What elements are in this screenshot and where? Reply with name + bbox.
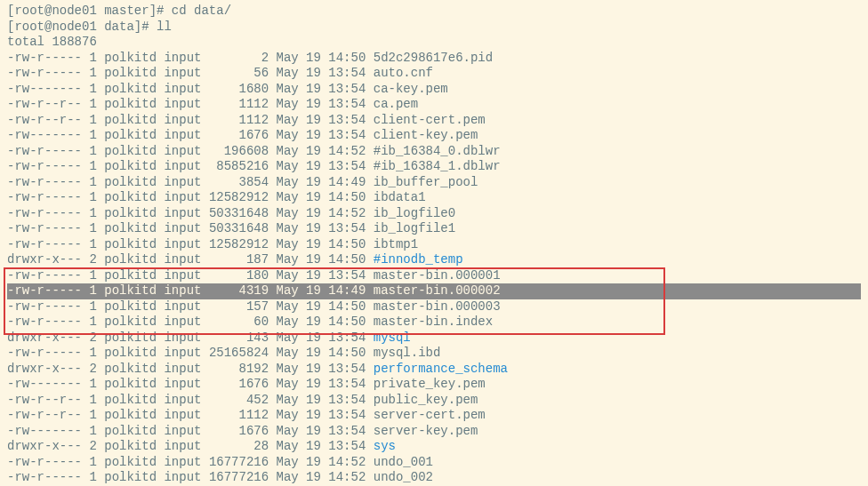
group: input <box>164 408 201 422</box>
list-row: -rw------- 1 polkitd input 1676 May 19 1… <box>7 377 861 393</box>
list-row: -rw------- 1 polkitd input 1680 May 19 1… <box>7 82 861 98</box>
list-row: -rw-r----- 1 polkitd input 3854 May 19 1… <box>7 175 861 191</box>
list-row: -rw-r----- 1 polkitd input 60 May 19 14:… <box>7 315 861 331</box>
list-row: -rw-r----- 1 polkitd input 56 May 19 13:… <box>7 66 861 82</box>
links: 1 <box>89 408 96 422</box>
filename: #ib_16384_0.dblwr <box>374 144 501 158</box>
perm: -rw------- <box>7 128 82 142</box>
perm: -rw-r----- <box>7 315 82 329</box>
group: input <box>164 66 201 80</box>
perm: drwxr-x--- <box>7 362 82 376</box>
date: May 19 14:50 <box>277 190 366 204</box>
date: May 19 13:54 <box>277 66 366 80</box>
list-row: drwxr-x--- 2 polkitd input 143 May 19 13… <box>7 331 861 347</box>
links: 1 <box>89 82 96 96</box>
group: input <box>164 470 201 484</box>
perm: -rw-r----- <box>7 299 82 314</box>
perm: -rw-r----- <box>7 346 82 360</box>
owner: polkitd <box>104 159 157 173</box>
prompt-line: [root@node01 data]# ll <box>7 20 861 36</box>
group: input <box>164 175 201 189</box>
date: May 19 14:52 <box>277 206 366 220</box>
filename: server-cert.pem <box>374 408 486 422</box>
filename: undo_001 <box>374 455 433 469</box>
perm: drwxr-x--- <box>7 331 82 345</box>
perm: -rw-r----- <box>7 455 82 469</box>
links: 1 <box>89 175 96 189</box>
size: 16777216 <box>209 455 269 469</box>
group: input <box>164 206 201 220</box>
total-line: total 188876 <box>7 35 861 51</box>
list-row: -rw-r--r-- 1 polkitd input 1112 May 19 1… <box>7 113 861 129</box>
date: May 19 14:50 <box>277 51 366 65</box>
group: input <box>164 190 201 204</box>
date: May 19 14:52 <box>277 455 366 469</box>
links: 1 <box>89 128 96 142</box>
date: May 19 13:54 <box>277 439 366 453</box>
owner: polkitd <box>104 190 157 204</box>
date: May 19 13:54 <box>277 377 366 391</box>
list-row: drwxr-x--- 2 polkitd input 187 May 19 14… <box>7 252 861 268</box>
date: May 19 14:50 <box>277 237 366 251</box>
group: input <box>164 315 201 329</box>
filename: 5d2c298617e6.pid <box>374 51 493 65</box>
filename: mysql <box>374 331 411 345</box>
filename: ca.pem <box>374 97 418 111</box>
size: 1680 <box>209 82 269 96</box>
links: 1 <box>89 393 96 407</box>
links: 1 <box>89 283 96 298</box>
group: input <box>164 331 201 345</box>
group: input <box>164 97 201 111</box>
filename: #ib_16384_1.dblwr <box>374 159 501 173</box>
filename: performance_schema <box>374 362 508 376</box>
perm: drwxr-x--- <box>7 252 82 267</box>
perm: -rw-r----- <box>7 175 82 189</box>
links: 1 <box>89 455 96 469</box>
prompt-line: [root@node01 master]# cd data/ <box>7 4 861 20</box>
perm: -rw-r--r-- <box>7 97 82 111</box>
group: input <box>164 362 201 376</box>
list-row: drwxr-x--- 2 polkitd input 28 May 19 13:… <box>7 439 861 455</box>
owner: polkitd <box>104 315 157 329</box>
owner: polkitd <box>104 113 157 127</box>
size: 28 <box>209 439 269 453</box>
list-row: -rw-r----- 1 polkitd input 180 May 19 13… <box>7 268 861 284</box>
date: May 19 14:49 <box>277 283 366 298</box>
size: 8192 <box>209 362 269 376</box>
owner: polkitd <box>104 206 157 220</box>
links: 2 <box>89 331 96 345</box>
list-row: -rw-r----- 1 polkitd input 12582912 May … <box>7 190 861 206</box>
group: input <box>164 424 201 438</box>
filename: sys <box>374 439 396 453</box>
size: 12582912 <box>209 190 269 204</box>
group: input <box>164 144 201 158</box>
perm: -rw-r----- <box>7 144 82 158</box>
filename: master-bin.000003 <box>374 299 501 314</box>
group: input <box>164 221 201 235</box>
filename: ca-key.pem <box>374 82 448 96</box>
owner: polkitd <box>104 221 157 235</box>
links: 1 <box>89 268 96 283</box>
list-row: -rw-r----- 1 polkitd input 12582912 May … <box>7 237 861 253</box>
size: 4319 <box>209 283 269 298</box>
date: May 19 13:54 <box>277 113 366 127</box>
date: May 19 13:54 <box>277 424 366 438</box>
filename: server-key.pem <box>374 424 478 438</box>
perm: drwxr-x--- <box>7 439 82 453</box>
links: 1 <box>89 237 96 251</box>
links: 2 <box>89 252 96 267</box>
group: input <box>164 113 201 127</box>
size: 50331648 <box>209 221 269 235</box>
filename: master-bin.index <box>374 315 493 329</box>
owner: polkitd <box>104 299 157 314</box>
filename: #innodb_temp <box>374 252 463 267</box>
date: May 19 13:54 <box>277 128 366 142</box>
perm: -rw------- <box>7 82 82 96</box>
size: 50331648 <box>209 206 269 220</box>
size: 187 <box>209 252 269 267</box>
links: 1 <box>89 190 96 204</box>
date: May 19 13:54 <box>277 408 366 422</box>
size: 157 <box>209 299 269 314</box>
date: May 19 13:54 <box>277 331 366 345</box>
filename: client-key.pem <box>374 128 478 142</box>
